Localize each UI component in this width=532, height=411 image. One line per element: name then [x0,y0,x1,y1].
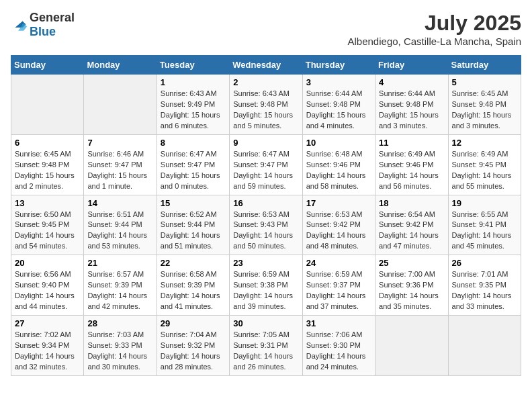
sunset: Sunset: 9:48 PM [233,100,287,108]
day-detail: Sunrise: 6:56 AMSunset: 9:40 PMDaylight:… [15,269,80,312]
day-number: 17 [306,198,371,208]
daylight: Daylight: 15 hours and 6 minutes. [161,111,220,130]
day-detail: Sunrise: 6:45 AMSunset: 9:48 PMDaylight:… [15,149,80,192]
day-number: 31 [306,318,371,328]
week-row-3: 13Sunrise: 6:50 AMSunset: 9:45 PMDayligh… [11,195,521,255]
daylight: Daylight: 14 hours and 51 minutes. [161,231,220,250]
day-number: 2 [233,77,298,87]
day-detail: Sunrise: 6:47 AMSunset: 9:47 PMDaylight:… [161,149,226,192]
daylight: Daylight: 14 hours and 59 minutes. [233,171,293,190]
daylight: Daylight: 14 hours and 37 minutes. [306,291,366,310]
daylight: Daylight: 14 hours and 54 minutes. [15,231,75,250]
daylight: Daylight: 14 hours and 50 minutes. [233,231,293,250]
daylight: Daylight: 15 hours and 4 minutes. [306,111,366,130]
day-detail: Sunrise: 6:59 AMSunset: 9:38 PMDaylight:… [233,269,298,312]
month-year: July 2025 [348,11,522,36]
day-number: 30 [233,318,298,328]
week-row-2: 6Sunrise: 6:45 AMSunset: 9:48 PMDaylight… [11,134,521,195]
week-row-1: 1Sunrise: 6:43 AMSunset: 9:49 PMDaylight… [11,75,521,135]
daylight: Daylight: 14 hours and 42 minutes. [87,291,147,310]
cell-w4-d3: 22Sunrise: 6:58 AMSunset: 9:39 PMDayligh… [157,255,229,316]
sunrise: Sunrise: 6:46 AM [87,150,144,158]
sunset: Sunset: 9:45 PM [452,161,506,169]
day-detail: Sunrise: 6:53 AMSunset: 9:42 PMDaylight:… [306,210,371,253]
sunrise: Sunrise: 7:01 AM [452,270,508,278]
cell-w2-d5: 10Sunrise: 6:48 AMSunset: 9:46 PMDayligh… [302,134,375,195]
sunrise: Sunrise: 6:45 AM [452,89,508,97]
cell-w5-d4: 30Sunrise: 7:05 AMSunset: 9:31 PMDayligh… [230,316,302,376]
logo-icon [11,17,27,33]
daylight: Daylight: 14 hours and 35 minutes. [379,291,439,310]
day-number: 4 [379,77,444,87]
cell-w5-d6 [375,316,448,376]
cell-w2-d3: 8Sunrise: 6:47 AMSunset: 9:47 PMDaylight… [157,134,229,195]
cell-w4-d7: 26Sunrise: 7:01 AMSunset: 9:35 PMDayligh… [448,255,521,316]
sunset: Sunset: 9:42 PM [379,220,433,228]
day-number: 27 [15,318,80,328]
sunrise: Sunrise: 6:55 AM [452,210,508,218]
cell-w1-d2 [84,75,157,135]
cell-w2-d2: 7Sunrise: 6:46 AMSunset: 9:47 PMDaylight… [84,134,157,195]
sunset: Sunset: 9:43 PM [233,220,287,228]
week-row-4: 20Sunrise: 6:56 AMSunset: 9:40 PMDayligh… [11,255,521,316]
sunset: Sunset: 9:44 PM [87,220,142,228]
daylight: Daylight: 14 hours and 39 minutes. [233,291,293,310]
day-detail: Sunrise: 6:58 AMSunset: 9:39 PMDaylight:… [161,269,226,312]
sunset: Sunset: 9:41 PM [452,220,506,228]
day-detail: Sunrise: 6:47 AMSunset: 9:47 PMDaylight:… [233,149,298,192]
sunrise: Sunrise: 6:44 AM [306,89,363,97]
day-detail: Sunrise: 6:43 AMSunset: 9:49 PMDaylight:… [161,89,226,132]
sunrise: Sunrise: 7:00 AM [379,270,435,278]
day-detail: Sunrise: 6:44 AMSunset: 9:48 PMDaylight:… [379,89,444,132]
cell-w2-d7: 12Sunrise: 6:49 AMSunset: 9:45 PMDayligh… [448,134,521,195]
cell-w5-d2: 28Sunrise: 7:03 AMSunset: 9:33 PMDayligh… [84,316,157,376]
sunrise: Sunrise: 6:51 AM [87,210,144,218]
sunrise: Sunrise: 6:58 AM [161,270,217,278]
daylight: Daylight: 14 hours and 44 minutes. [15,291,75,310]
day-detail: Sunrise: 6:49 AMSunset: 9:45 PMDaylight:… [452,149,517,192]
logo-general: General [30,11,75,24]
header-sunday: Sunday [11,56,84,75]
day-detail: Sunrise: 6:49 AMSunset: 9:46 PMDaylight:… [379,149,444,192]
day-detail: Sunrise: 7:02 AMSunset: 9:34 PMDaylight:… [15,330,80,373]
sunrise: Sunrise: 6:53 AM [233,210,290,218]
day-detail: Sunrise: 6:44 AMSunset: 9:48 PMDaylight:… [306,89,371,132]
sunset: Sunset: 9:32 PM [161,341,215,349]
cell-w2-d6: 11Sunrise: 6:49 AMSunset: 9:46 PMDayligh… [375,134,448,195]
sunrise: Sunrise: 7:04 AM [161,330,217,338]
cell-w3-d5: 17Sunrise: 6:53 AMSunset: 9:42 PMDayligh… [302,195,375,255]
day-detail: Sunrise: 7:03 AMSunset: 9:33 PMDaylight:… [87,330,152,373]
sunset: Sunset: 9:44 PM [161,220,215,228]
sunrise: Sunrise: 7:06 AM [306,330,363,338]
day-number: 9 [233,138,298,148]
daylight: Daylight: 14 hours and 47 minutes. [379,231,439,250]
logo-blue: Blue [30,25,56,38]
day-number: 29 [161,318,226,328]
day-number: 15 [161,198,226,208]
day-number: 13 [15,198,80,208]
day-number: 22 [161,258,226,268]
title-block: July 2025 Albendiego, Castille-La Mancha… [348,11,522,47]
day-number: 16 [233,198,298,208]
sunset: Sunset: 9:39 PM [161,281,215,289]
day-detail: Sunrise: 6:45 AMSunset: 9:48 PMDaylight:… [452,89,517,132]
cell-w1-d7: 5Sunrise: 6:45 AMSunset: 9:48 PMDaylight… [448,75,521,135]
sunset: Sunset: 9:45 PM [15,220,69,228]
daylight: Daylight: 14 hours and 26 minutes. [233,352,293,371]
sunset: Sunset: 9:30 PM [306,341,361,349]
header-thursday: Thursday [302,56,375,75]
sunset: Sunset: 9:46 PM [306,161,361,169]
sunrise: Sunrise: 6:43 AM [233,89,290,97]
sunset: Sunset: 9:49 PM [161,100,215,108]
day-number: 14 [87,198,152,208]
day-number: 19 [452,198,517,208]
daylight: Daylight: 14 hours and 48 minutes. [306,231,366,250]
daylight: Daylight: 14 hours and 55 minutes. [452,171,512,190]
sunrise: Sunrise: 6:44 AM [379,89,435,97]
sunset: Sunset: 9:48 PM [306,100,361,108]
day-number: 28 [87,318,152,328]
calendar-table: Sunday Monday Tuesday Wednesday Thursday… [11,55,521,376]
sunrise: Sunrise: 6:57 AM [87,270,144,278]
daylight: Daylight: 14 hours and 58 minutes. [306,171,366,190]
sunrise: Sunrise: 6:59 AM [233,270,290,278]
